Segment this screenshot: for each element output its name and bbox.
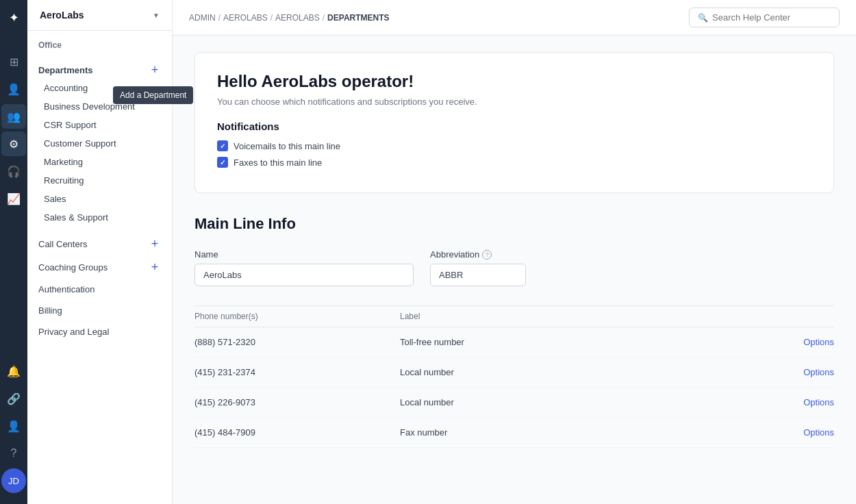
breadcrumb-departments: DEPARTMENTS	[327, 13, 389, 23]
office-label: Office	[27, 36, 172, 53]
billing-section: Billing	[27, 300, 172, 321]
fax-checkbox[interactable]	[217, 157, 228, 168]
coaching-groups-section: Coaching Groups +	[27, 255, 172, 279]
phone-number-4: (415) 484-7909	[194, 427, 400, 438]
search-input[interactable]	[712, 12, 831, 23]
options-btn-4[interactable]: Options	[752, 427, 834, 438]
add-department-button[interactable]: +	[149, 64, 161, 76]
departments-section: Departments + Accounting Business Develo…	[27, 58, 172, 227]
phone-col-header: Phone number(s)	[194, 312, 400, 321]
hello-card: Hello AeroLabs operator! You can choose …	[194, 52, 834, 193]
abbreviation-input[interactable]	[430, 264, 526, 286]
sidebar-item-recruiting[interactable]: Recruiting	[27, 171, 172, 190]
label-col-header: Label	[400, 312, 752, 321]
billing-label: Billing	[38, 305, 62, 316]
content-area: Hello AeroLabs operator! You can choose …	[173, 36, 856, 504]
help-icon[interactable]: ?	[1, 441, 26, 466]
analytics-icon[interactable]: 📈	[1, 186, 26, 211]
table-row: (888) 571-2320 Toll-free number Options	[194, 327, 834, 357]
abbreviation-form-group: Abbreviation ?	[430, 249, 526, 286]
privacy-nav[interactable]: Privacy and Legal	[27, 321, 172, 342]
sidebar-item-sales-support[interactable]: Sales & Support	[27, 208, 172, 227]
search-icon: 🔍	[698, 13, 708, 23]
avatar-icon[interactable]: JD	[1, 468, 26, 493]
hello-title: Hello AeroLabs operator!	[217, 72, 811, 91]
sidebar-item-marketing[interactable]: Marketing	[27, 153, 172, 171]
add-call-center-button[interactable]: +	[149, 238, 161, 250]
phone-label-1: Toll-free number	[400, 337, 752, 347]
breadcrumb-admin: ADMIN	[189, 13, 216, 23]
table-row: (415) 484-7909 Fax number Options	[194, 418, 834, 448]
call-centers-nav[interactable]: Call Centers +	[27, 232, 172, 255]
phone-label-3: Local number	[400, 397, 752, 407]
name-input[interactable]	[194, 264, 414, 286]
sidebar-item-accounting[interactable]: Accounting	[27, 79, 172, 97]
sidebar: AeroLabs ▼ Office Departments + Accounti…	[27, 0, 173, 504]
abbreviation-label: Abbreviation ?	[430, 249, 526, 260]
privacy-section: Privacy and Legal	[27, 321, 172, 342]
notifications-title: Notifications	[217, 121, 811, 132]
phone-number-2: (415) 231-2374	[194, 367, 400, 377]
breadcrumb-aerolabs1: AEROLABS	[223, 13, 268, 23]
coaching-groups-nav[interactable]: Coaching Groups +	[27, 255, 172, 279]
departments-header[interactable]: Departments +	[27, 58, 172, 79]
fax-checkbox-row: Faxes to this main line	[217, 157, 811, 168]
authentication-section: Authentication	[27, 279, 172, 300]
fax-label: Faxes to this main line	[234, 158, 322, 168]
contacts-icon[interactable]: 👤	[1, 77, 26, 101]
name-form-group: Name	[194, 249, 414, 286]
breadcrumb: ADMIN / AEROLABS / AEROLABS / DEPARTMENT…	[189, 13, 390, 23]
authentication-nav[interactable]: Authentication	[27, 279, 172, 300]
add-coaching-group-button[interactable]: +	[149, 261, 161, 273]
departments-title: Departments	[38, 65, 92, 75]
topbar: ADMIN / AEROLABS / AEROLABS / DEPARTMENT…	[173, 0, 856, 36]
notifications-icon[interactable]: 🔔	[1, 359, 26, 383]
options-col-header	[752, 312, 834, 321]
headset-icon[interactable]: 🎧	[1, 159, 26, 184]
coaching-groups-label: Coaching Groups	[38, 262, 108, 273]
sidebar-item-csr-support[interactable]: CSR Support	[27, 116, 172, 134]
workspace-selector[interactable]: AeroLabs ▼	[36, 7, 164, 23]
options-btn-1[interactable]: Options	[752, 337, 834, 347]
form-row: Name Abbreviation ?	[194, 249, 834, 286]
table-header: Phone number(s) Label	[194, 306, 834, 327]
phone-number-1: (888) 571-2320	[194, 337, 400, 347]
sidebar-item-business-dev[interactable]: Business Development	[27, 97, 172, 116]
main-area: ADMIN / AEROLABS / AEROLABS / DEPARTMENT…	[173, 0, 856, 504]
phone-number-3: (415) 226-9073	[194, 397, 400, 407]
settings-icon[interactable]: ⚙	[1, 131, 26, 156]
authentication-label: Authentication	[38, 284, 95, 294]
sidebar-item-customer-support[interactable]: Customer Support	[27, 134, 172, 153]
hello-subtitle: You can choose which notifications and s…	[217, 97, 811, 107]
dashboard-icon[interactable]: ⊞	[1, 49, 26, 74]
voicemail-checkbox-row: Voicemails to this main line	[217, 140, 811, 151]
privacy-label: Privacy and Legal	[38, 327, 109, 337]
phone-label-4: Fax number	[400, 427, 752, 438]
sidebar-item-sales[interactable]: Sales	[27, 190, 172, 208]
table-row: (415) 231-2374 Local number Options	[194, 357, 834, 388]
icon-bar: ✦ ⊞ 👤 👥 ⚙ 🎧 📈 🔔 🔗 👤 ? JD	[0, 0, 27, 504]
name-label: Name	[194, 249, 414, 260]
voicemail-label: Voicemails to this main line	[234, 141, 340, 151]
workspace-header: AeroLabs ▼	[27, 0, 172, 31]
phone-label-2: Local number	[400, 367, 752, 377]
call-centers-section: Call Centers +	[27, 232, 172, 255]
chevron-down-icon: ▼	[153, 12, 160, 19]
options-btn-3[interactable]: Options	[752, 397, 834, 407]
main-line-title: Main Line Info	[194, 215, 834, 233]
office-section: Office	[27, 31, 172, 58]
options-btn-2[interactable]: Options	[752, 367, 834, 377]
phone-table: Phone number(s) Label (888) 571-2320 Tol…	[194, 305, 834, 448]
billing-nav[interactable]: Billing	[27, 300, 172, 321]
main-line-section: Main Line Info Name Abbreviation ?	[194, 215, 834, 448]
voicemail-checkbox[interactable]	[217, 140, 228, 151]
team-icon[interactable]: 👥	[1, 104, 26, 129]
integrations-icon[interactable]: 🔗	[1, 386, 26, 411]
abbreviation-help-icon[interactable]: ?	[482, 250, 492, 260]
logo-icon[interactable]: ✦	[1, 5, 26, 30]
search-bar[interactable]: 🔍	[689, 8, 840, 27]
table-row: (415) 226-9073 Local number Options	[194, 388, 834, 418]
user-icon[interactable]: 👤	[1, 414, 26, 438]
call-centers-label: Call Centers	[38, 239, 88, 249]
workspace-name: AeroLabs	[40, 10, 84, 21]
